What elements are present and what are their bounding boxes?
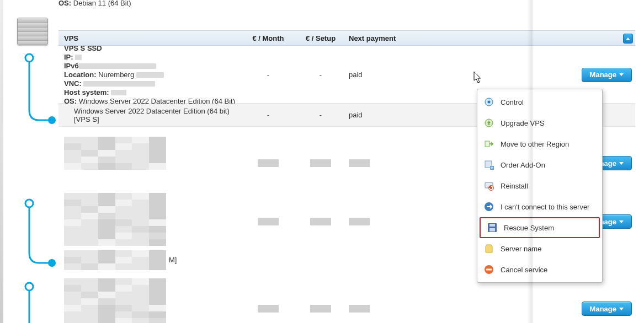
chevron-down-icon [619, 73, 624, 76]
prev-server-os: OS: Debian 11 (64 Bit) [58, 0, 131, 7]
floppy-icon [486, 222, 498, 234]
svg-rect-18 [486, 269, 492, 271]
menu-item-move-region[interactable]: Move to other Region [477, 133, 602, 154]
cell-month: - [241, 71, 296, 79]
menu-item-control[interactable]: Control [477, 91, 602, 112]
cell-setup: - [296, 111, 345, 119]
server-stack-icon [15, 14, 50, 49]
connection-icon [483, 201, 495, 213]
menu-item-order-addon[interactable]: Order Add-On [477, 154, 602, 175]
svg-point-3 [48, 259, 56, 267]
gear-icon [483, 96, 495, 108]
svg-rect-15 [489, 224, 495, 227]
menu-item-server-name[interactable]: Server name [477, 238, 602, 259]
cancel-icon [483, 263, 495, 276]
manage-button[interactable]: Manage [582, 302, 632, 316]
manage-dropdown-menu: Control Upgrade VPS Move to other Region… [477, 89, 603, 283]
chevron-down-icon [619, 162, 624, 165]
upgrade-icon [483, 117, 495, 129]
menu-item-upgrade[interactable]: Upgrade VPS [477, 112, 602, 133]
cell-next-payment: paid [345, 71, 434, 79]
svg-point-0 [25, 54, 33, 62]
svg-rect-16 [489, 228, 495, 232]
tag-icon [483, 243, 495, 255]
svg-rect-8 [485, 141, 489, 147]
menu-item-reinstall[interactable]: Reinstall [477, 175, 602, 196]
col-header-month: € / Month [241, 34, 296, 42]
addon-icon [483, 159, 495, 171]
cell-setup: - [296, 71, 345, 79]
chevron-down-icon [619, 220, 624, 223]
col-header-next: Next payment [345, 34, 434, 42]
svg-point-2 [25, 200, 33, 207]
menu-item-cant-connect[interactable]: I can't connect to this server [477, 196, 602, 217]
svg-point-6 [488, 101, 491, 104]
cell-next-payment: paid [345, 111, 434, 119]
table-row: Manage [58, 292, 635, 323]
svg-point-1 [48, 116, 56, 124]
cell-month: - [241, 111, 296, 119]
move-icon [483, 138, 495, 150]
svg-point-4 [25, 283, 33, 290]
chevron-down-icon [619, 308, 624, 310]
col-header-setup: € / Setup [296, 34, 345, 42]
redacted-block [64, 250, 166, 269]
manage-button[interactable]: Manage [582, 68, 632, 82]
menu-item-cancel-service[interactable]: Cancel service [477, 259, 602, 280]
collapse-section-button[interactable] [623, 34, 633, 44]
reinstall-icon [483, 180, 495, 192]
vps-details: VPS S SSD IP: IPv6 Location: Nuremberg V… [58, 41, 241, 109]
addon-name: Windows Server 2022 Datacenter Edition (… [58, 104, 241, 126]
fragment-text: M] [169, 256, 177, 264]
menu-item-rescue-system[interactable]: Rescue System [480, 217, 600, 238]
